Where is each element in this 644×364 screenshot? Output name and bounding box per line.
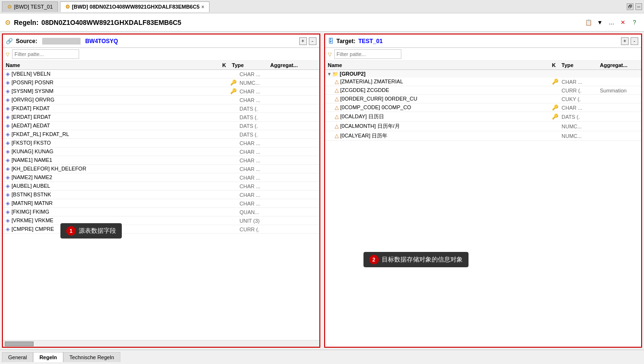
tab-test01[interactable]: ⚙ [BWD] TEST_01 [2, 1, 58, 12]
table-row[interactable]: ◈[FKDAT_RL] FKDAT_RLDATS (. [3, 130, 319, 139]
row-key: 🔑 [552, 79, 562, 85]
restore-btn[interactable]: 🗗 [627, 3, 633, 10]
target-filter-icon: ▽ [328, 52, 332, 57]
row-name: ◈[AEDAT] AEDAT [6, 123, 230, 129]
source-table-body[interactable]: ◈[VBELN] VBELNCHAR ...◈[POSNR] POSNR🔑NUM… [3, 70, 319, 340]
group-name: [GROUP2] [340, 71, 366, 77]
regeln-toolbar: 📋 ▼ … ✕ ? [584, 18, 639, 27]
table-row[interactable]: ◈[POSNR] POSNR🔑NUMC... [3, 79, 319, 87]
source-table-header: Name K Type Aggregat... [3, 61, 319, 70]
source-h-scroll-thumb[interactable] [5, 341, 34, 346]
table-row[interactable]: ◈[NAME2] NAME2CHAR ... [3, 173, 319, 182]
table-row[interactable]: ◈[CMPRE] CMPRECURR (. [3, 225, 319, 234]
target-col-k: K [552, 62, 562, 68]
tab-technische[interactable]: Technische Regeln [63, 352, 120, 362]
row-type: DATS (. [562, 114, 600, 120]
row-type: QUAN... [240, 209, 278, 215]
row-name: ◈[FKSTO] FKSTO [6, 140, 230, 146]
source-panel: 🔗 Source: BW4TOSYQ + - ▽ Name K Type Agg… [2, 34, 320, 348]
table-row[interactable]: ◈[SYSNM] SYSNM🔑CHAR ... [3, 87, 319, 96]
target-expand-add[interactable]: + [621, 37, 629, 45]
row-name: ◈[ERDAT] ERDAT [6, 114, 230, 120]
minimize-btn[interactable]: ─ [635, 3, 642, 10]
target-table-header: Name K Type Aggregat... [325, 61, 642, 70]
help-btn[interactable]: ? [630, 18, 639, 27]
source-filter-input[interactable] [12, 49, 79, 59]
row-type: CHAR ... [240, 166, 278, 172]
row-name: △[0CALMONTH] 日历年/月 [335, 123, 552, 130]
row-agg: Summation [600, 88, 638, 93]
source-col-type: Type [232, 62, 270, 68]
table-row[interactable]: ◈[BSTNK] BSTNKCHAR ... [3, 191, 319, 199]
target-panel: 🗄 Target: TEST_01 + - ▽ Name K Type Aggr… [324, 34, 643, 348]
target-table-body[interactable]: ▾ 📁 [GROUP2] △[ZMATERIAL] ZMATERIAL🔑CHAR… [325, 70, 642, 347]
table-row[interactable]: ◈[NAME1] NAME1CHAR ... [3, 156, 319, 165]
source-filter-icon: ▽ [6, 52, 10, 57]
dropdown-btn[interactable]: ▼ [595, 18, 605, 27]
table-row[interactable]: ◈[ORVRG] ORVRGCHAR ... [3, 96, 319, 104]
copy-btn[interactable]: 📋 [584, 18, 593, 27]
row-type: CURR (. [240, 227, 278, 232]
table-row[interactable]: △[ZMATERIAL] ZMATERIAL🔑CHAR ... [325, 78, 642, 86]
table-row[interactable]: △[0CALMONTH] 日历年/月NUMC... [325, 122, 642, 131]
row-name: ◈[BSTNK] BSTNK [6, 192, 230, 198]
row-type: NUMC... [562, 133, 600, 139]
tab-active[interactable]: ⚙ [BWD] 08DN0Z1O408WW8921GHXDALF83EMB6C5… [60, 1, 210, 12]
table-row[interactable]: ◈[VRKME] VRKMEUNIT (3) [3, 216, 319, 225]
table-row[interactable]: ◈[KUNAG] KUNAGCHAR ... [3, 148, 319, 156]
row-name: ◈[KUNAG] KUNAG [6, 148, 230, 155]
table-row[interactable]: ◈[FKSTO] FKSTOCHAR ... [3, 139, 319, 148]
source-expand-add[interactable]: + [299, 37, 307, 45]
row-name: △[0CALDAY] 日历日 [335, 113, 552, 120]
regeln-prefix: Regeln: [14, 19, 38, 26]
table-row[interactable]: △[0COMP_CODE] 0COMP_CO🔑CHAR ... [325, 103, 642, 112]
row-name: △[0ORDER_CURR] 0ORDER_CU [335, 96, 552, 102]
row-type: CHAR ... [240, 97, 278, 103]
table-row[interactable]: ◈[KH_DELEFOR] KH_DELEFORCHAR ... [3, 165, 319, 173]
tab-regeln[interactable]: Regeln [33, 352, 63, 362]
row-name: ◈[KH_DELEFOR] KH_DELEFOR [6, 166, 230, 172]
table-row[interactable]: ◈[VBELN] VBELNCHAR ... [3, 70, 319, 79]
target-expand-remove[interactable]: - [631, 37, 638, 45]
table-row[interactable]: △[0CALDAY] 日历日🔑DATS (. [325, 112, 642, 122]
target-name: TEST_01 [358, 38, 383, 45]
row-type: CHAR ... [240, 71, 278, 77]
target-tooltip-badge: 2 [369, 255, 379, 264]
table-row[interactable]: △[ZCGDDE] ZCGDDECURR (.Summation [325, 86, 642, 95]
group-expand-icon[interactable]: ▾ [328, 71, 330, 77]
row-name: ◈[NAME2] NAME2 [6, 174, 230, 181]
dots-btn[interactable]: … [607, 18, 616, 27]
regeln-title: 08DN0Z1O408WW8921GHXDALF83EMB6C5 [41, 19, 181, 26]
row-type: CHAR ... [240, 149, 278, 155]
table-row[interactable]: ◈[AUBEL] AUBELCHAR ... [3, 182, 319, 191]
row-name: △[0COMP_CODE] 0COMP_CO [335, 104, 552, 111]
tab-close-icon[interactable]: × [201, 4, 204, 10]
table-row[interactable]: ◈[ERDAT] ERDATDATS (. [3, 113, 319, 122]
row-type: CHAR ... [240, 183, 278, 189]
source-expand-remove[interactable]: - [309, 37, 316, 45]
row-type: UNIT (3) [240, 218, 278, 224]
target-filter-row: ▽ [325, 48, 642, 61]
group-folder-icon: 📁 [332, 71, 338, 77]
source-horizontal-scrollbar[interactable] [3, 340, 319, 347]
row-type: CHAR ... [562, 105, 600, 111]
table-row[interactable]: △[0ORDER_CURR] 0ORDER_CUCUKY (. [325, 95, 642, 103]
source-name-blurred [42, 38, 81, 45]
tab-general[interactable]: General [2, 352, 33, 362]
table-row[interactable]: △[0CALYEAR] 日历年NUMC... [325, 131, 642, 141]
row-type: DATS (. [240, 123, 278, 129]
close-btn[interactable]: ✕ [618, 18, 628, 27]
table-row[interactable]: ◈[AEDAT] AEDATDATS (. [3, 122, 319, 130]
target-filter-input[interactable] [334, 49, 401, 59]
target-tooltip-text: 目标数据存储对象的信息对象 [382, 255, 463, 264]
table-row[interactable]: ◈[FKDAT] FKDATDATS (. [3, 104, 319, 113]
row-type: CHAR ... [562, 79, 600, 85]
target-db-icon: 🗄 [328, 38, 334, 45]
window-controls: 🗗 ─ [627, 3, 642, 10]
table-row[interactable]: ◈[MATNR] MATNRCHAR ... [3, 199, 319, 208]
table-row[interactable]: ◈[FKIMG] FKIMGQUAN... [3, 208, 319, 216]
row-type: CUKY (. [562, 96, 600, 102]
row-key: 🔑 [230, 88, 240, 94]
source-tooltip-text: 源表数据字段 [79, 227, 116, 235]
regeln-header: ⚙ Regeln: 08DN0Z1O408WW8921GHXDALF83EMB6… [0, 13, 644, 32]
